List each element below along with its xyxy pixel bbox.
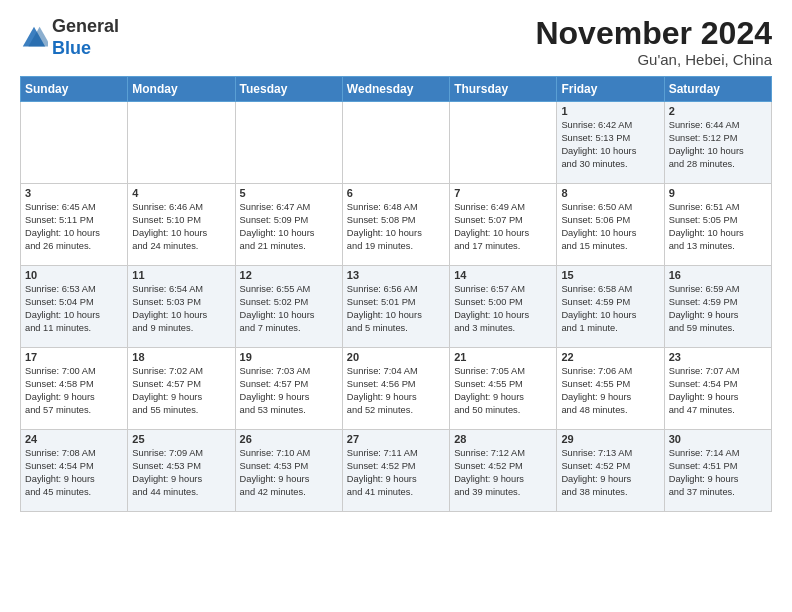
day-info: Sunrise: 6:45 AM Sunset: 5:11 PM Dayligh… [25,201,123,253]
day-number: 8 [561,187,659,199]
table-row: 30Sunrise: 7:14 AM Sunset: 4:51 PM Dayli… [664,430,771,512]
day-number: 14 [454,269,552,281]
day-number: 18 [132,351,230,363]
table-row: 3Sunrise: 6:45 AM Sunset: 5:11 PM Daylig… [21,184,128,266]
table-row: 8Sunrise: 6:50 AM Sunset: 5:06 PM Daylig… [557,184,664,266]
day-number: 10 [25,269,123,281]
col-saturday: Saturday [664,77,771,102]
day-number: 28 [454,433,552,445]
table-row: 25Sunrise: 7:09 AM Sunset: 4:53 PM Dayli… [128,430,235,512]
day-info: Sunrise: 6:58 AM Sunset: 4:59 PM Dayligh… [561,283,659,335]
day-number: 20 [347,351,445,363]
day-info: Sunrise: 6:54 AM Sunset: 5:03 PM Dayligh… [132,283,230,335]
table-row: 27Sunrise: 7:11 AM Sunset: 4:52 PM Dayli… [342,430,449,512]
table-row: 26Sunrise: 7:10 AM Sunset: 4:53 PM Dayli… [235,430,342,512]
day-number: 15 [561,269,659,281]
table-row: 9Sunrise: 6:51 AM Sunset: 5:05 PM Daylig… [664,184,771,266]
table-row: 28Sunrise: 7:12 AM Sunset: 4:52 PM Dayli… [450,430,557,512]
table-row: 29Sunrise: 7:13 AM Sunset: 4:52 PM Dayli… [557,430,664,512]
day-number: 11 [132,269,230,281]
day-info: Sunrise: 7:14 AM Sunset: 4:51 PM Dayligh… [669,447,767,499]
table-row: 7Sunrise: 6:49 AM Sunset: 5:07 PM Daylig… [450,184,557,266]
table-row: 21Sunrise: 7:05 AM Sunset: 4:55 PM Dayli… [450,348,557,430]
calendar-week-3: 10Sunrise: 6:53 AM Sunset: 5:04 PM Dayli… [21,266,772,348]
day-number: 2 [669,105,767,117]
calendar-week-1: 1Sunrise: 6:42 AM Sunset: 5:13 PM Daylig… [21,102,772,184]
day-number: 16 [669,269,767,281]
day-info: Sunrise: 6:42 AM Sunset: 5:13 PM Dayligh… [561,119,659,171]
day-info: Sunrise: 6:59 AM Sunset: 4:59 PM Dayligh… [669,283,767,335]
day-number: 12 [240,269,338,281]
day-info: Sunrise: 7:07 AM Sunset: 4:54 PM Dayligh… [669,365,767,417]
table-row: 12Sunrise: 6:55 AM Sunset: 5:02 PM Dayli… [235,266,342,348]
logo: General Blue [20,16,119,59]
day-info: Sunrise: 7:11 AM Sunset: 4:52 PM Dayligh… [347,447,445,499]
col-friday: Friday [557,77,664,102]
day-info: Sunrise: 7:08 AM Sunset: 4:54 PM Dayligh… [25,447,123,499]
day-info: Sunrise: 7:06 AM Sunset: 4:55 PM Dayligh… [561,365,659,417]
day-number: 5 [240,187,338,199]
table-row: 14Sunrise: 6:57 AM Sunset: 5:00 PM Dayli… [450,266,557,348]
day-number: 19 [240,351,338,363]
day-info: Sunrise: 6:44 AM Sunset: 5:12 PM Dayligh… [669,119,767,171]
day-info: Sunrise: 6:53 AM Sunset: 5:04 PM Dayligh… [25,283,123,335]
day-info: Sunrise: 7:09 AM Sunset: 4:53 PM Dayligh… [132,447,230,499]
table-row: 4Sunrise: 6:46 AM Sunset: 5:10 PM Daylig… [128,184,235,266]
day-info: Sunrise: 6:55 AM Sunset: 5:02 PM Dayligh… [240,283,338,335]
day-info: Sunrise: 7:10 AM Sunset: 4:53 PM Dayligh… [240,447,338,499]
table-row [21,102,128,184]
day-number: 9 [669,187,767,199]
day-number: 26 [240,433,338,445]
day-number: 29 [561,433,659,445]
page-header: General Blue November 2024 Gu'an, Hebei,… [20,16,772,68]
table-row: 16Sunrise: 6:59 AM Sunset: 4:59 PM Dayli… [664,266,771,348]
logo-general: General [52,16,119,36]
day-info: Sunrise: 6:57 AM Sunset: 5:00 PM Dayligh… [454,283,552,335]
calendar-week-4: 17Sunrise: 7:00 AM Sunset: 4:58 PM Dayli… [21,348,772,430]
day-number: 3 [25,187,123,199]
table-row: 1Sunrise: 6:42 AM Sunset: 5:13 PM Daylig… [557,102,664,184]
day-number: 21 [454,351,552,363]
calendar-table: Sunday Monday Tuesday Wednesday Thursday… [20,76,772,512]
day-number: 1 [561,105,659,117]
day-info: Sunrise: 7:03 AM Sunset: 4:57 PM Dayligh… [240,365,338,417]
calendar-week-5: 24Sunrise: 7:08 AM Sunset: 4:54 PM Dayli… [21,430,772,512]
month-title: November 2024 [535,16,772,51]
table-row: 20Sunrise: 7:04 AM Sunset: 4:56 PM Dayli… [342,348,449,430]
day-number: 13 [347,269,445,281]
table-row: 2Sunrise: 6:44 AM Sunset: 5:12 PM Daylig… [664,102,771,184]
table-row: 18Sunrise: 7:02 AM Sunset: 4:57 PM Dayli… [128,348,235,430]
day-info: Sunrise: 6:49 AM Sunset: 5:07 PM Dayligh… [454,201,552,253]
day-number: 25 [132,433,230,445]
table-row: 10Sunrise: 6:53 AM Sunset: 5:04 PM Dayli… [21,266,128,348]
day-info: Sunrise: 7:04 AM Sunset: 4:56 PM Dayligh… [347,365,445,417]
day-info: Sunrise: 6:50 AM Sunset: 5:06 PM Dayligh… [561,201,659,253]
table-row: 19Sunrise: 7:03 AM Sunset: 4:57 PM Dayli… [235,348,342,430]
day-number: 17 [25,351,123,363]
logo-blue: Blue [52,38,91,58]
col-wednesday: Wednesday [342,77,449,102]
day-number: 4 [132,187,230,199]
table-row: 5Sunrise: 6:47 AM Sunset: 5:09 PM Daylig… [235,184,342,266]
table-row: 15Sunrise: 6:58 AM Sunset: 4:59 PM Dayli… [557,266,664,348]
day-info: Sunrise: 7:13 AM Sunset: 4:52 PM Dayligh… [561,447,659,499]
calendar-week-2: 3Sunrise: 6:45 AM Sunset: 5:11 PM Daylig… [21,184,772,266]
table-row [235,102,342,184]
table-row: 6Sunrise: 6:48 AM Sunset: 5:08 PM Daylig… [342,184,449,266]
day-number: 6 [347,187,445,199]
day-number: 23 [669,351,767,363]
day-info: Sunrise: 7:02 AM Sunset: 4:57 PM Dayligh… [132,365,230,417]
col-thursday: Thursday [450,77,557,102]
table-row: 17Sunrise: 7:00 AM Sunset: 4:58 PM Dayli… [21,348,128,430]
day-number: 27 [347,433,445,445]
day-number: 7 [454,187,552,199]
day-info: Sunrise: 7:12 AM Sunset: 4:52 PM Dayligh… [454,447,552,499]
day-info: Sunrise: 6:56 AM Sunset: 5:01 PM Dayligh… [347,283,445,335]
day-number: 24 [25,433,123,445]
table-row: 22Sunrise: 7:06 AM Sunset: 4:55 PM Dayli… [557,348,664,430]
day-info: Sunrise: 6:47 AM Sunset: 5:09 PM Dayligh… [240,201,338,253]
table-row: 13Sunrise: 6:56 AM Sunset: 5:01 PM Dayli… [342,266,449,348]
title-block: November 2024 Gu'an, Hebei, China [535,16,772,68]
col-tuesday: Tuesday [235,77,342,102]
logo-icon [20,24,48,52]
